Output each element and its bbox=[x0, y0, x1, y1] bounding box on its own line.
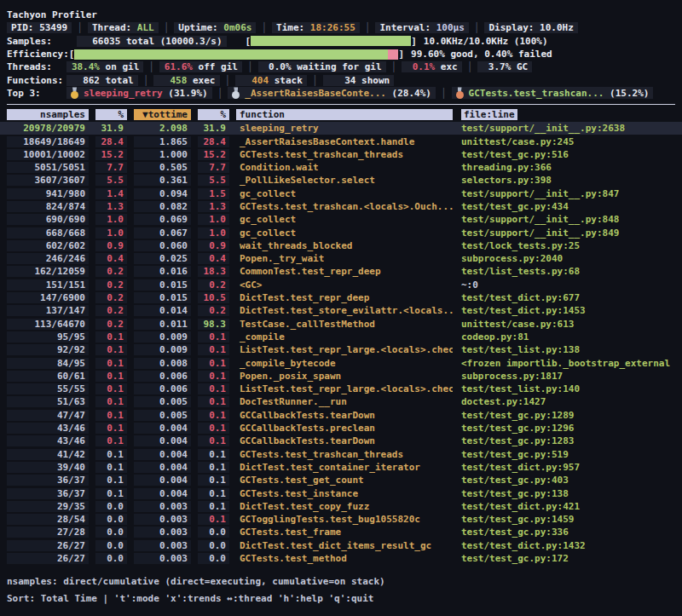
table-row[interactable]: 39/400.10.0040.1DictTest.test_container_… bbox=[0, 461, 682, 474]
table-row[interactable]: 151/1510.20.0150.2<GC>~:0 bbox=[0, 279, 682, 291]
function-cell: GCTests.test_trashcan_threads bbox=[236, 149, 453, 160]
cumulative-percent-cell: 0.4 bbox=[198, 253, 229, 264]
table-row[interactable]: 20978/2097931.92.09831.9sleeping_retryte… bbox=[0, 122, 682, 135]
nsamples-cell: 602/602 bbox=[7, 240, 89, 251]
table-row[interactable]: 60/610.10.0060.1Popen._posix_spawnsubpro… bbox=[0, 370, 682, 383]
table-row[interactable]: 41/420.10.0040.1GCTests.test_trashcan_th… bbox=[0, 448, 682, 461]
nsamples-cell: 147/6900 bbox=[7, 292, 89, 303]
function-stat-value: 404 bbox=[240, 75, 269, 86]
tottime-cell: 0.014 bbox=[134, 305, 191, 316]
nsamples-cell: 28/54 bbox=[7, 514, 89, 525]
function-cell: DictTest.test_store_evilattr.<locals... bbox=[236, 305, 453, 316]
function-cell: DictTest.test_container_iterator bbox=[236, 462, 453, 473]
direct-percent-cell: 0.1 bbox=[95, 435, 127, 446]
status-value: 18:26:55 bbox=[310, 22, 355, 33]
table-row[interactable]: 113/646700.20.01198.3TestCase._callTestM… bbox=[0, 318, 682, 331]
top3-label: Top 3: bbox=[7, 88, 66, 99]
status-segment: Thread: ALL bbox=[88, 22, 159, 33]
thread-stat-value: 3.7% bbox=[482, 61, 511, 72]
table-row[interactable]: 29/350.00.0030.1DictTest.test_copy_fuzzt… bbox=[0, 500, 682, 513]
table-row[interactable]: 43/460.10.0040.1GCCallbackTests.preclean… bbox=[0, 422, 682, 435]
segment-separator: │ bbox=[217, 88, 223, 99]
thread-stats-label: Threads: bbox=[7, 61, 66, 72]
segment-separator: │ bbox=[261, 22, 267, 33]
tottime-cell: 0.004 bbox=[134, 475, 191, 486]
nsamples-cell: 95/95 bbox=[7, 331, 89, 343]
samples-rate-bar bbox=[251, 36, 411, 46]
table-row[interactable]: 3607/36075.50.3615.5_PollLikeSelector.se… bbox=[0, 174, 682, 187]
function-cell: _AssertRaisesBaseContext.handle bbox=[236, 136, 453, 147]
samples-statusline: Samples: 66035 total (10000.3/s)[]10.0KH… bbox=[0, 35, 682, 48]
table-row[interactable]: 27/280.00.0030.0GCTests.test_frametest/t… bbox=[0, 526, 682, 538]
table-row[interactable]: 824/8741.30.0821.3GCTests.test_trashcan.… bbox=[0, 200, 682, 213]
cumulative-percent-cell: 0.1 bbox=[198, 462, 229, 473]
table-row[interactable]: 36/370.10.0040.1GCTests.test_instancetes… bbox=[0, 486, 682, 499]
table-row[interactable]: 668/6681.00.0671.0gc_collecttest/support… bbox=[0, 226, 682, 239]
table-row[interactable]: 47/470.10.0050.1GCCallbackTests.tearDown… bbox=[0, 409, 682, 422]
status-label: Interval: bbox=[379, 22, 436, 33]
table-row[interactable]: 10001/1000215.21.00015.2GCTests.test_tra… bbox=[0, 148, 682, 161]
function-cell: TestCase._callTestMethod bbox=[236, 319, 453, 330]
status-value: 10.0Hz bbox=[540, 22, 574, 33]
tottime-cell: 0.004 bbox=[134, 488, 191, 499]
function-cell: gc_collect bbox=[236, 188, 453, 199]
table-row[interactable]: 28/540.00.0030.1GCTogglingTests.test_bug… bbox=[0, 513, 682, 526]
table-row[interactable]: 246/2460.40.0250.4Popen._try_waitsubproc… bbox=[0, 252, 682, 265]
table-row[interactable]: 18649/1864928.41.86528.4_AssertRaisesBas… bbox=[0, 135, 682, 147]
fileline-cell: unittest/case.py:613 bbox=[461, 319, 682, 330]
cumulative-percent-cell: 0.1 bbox=[198, 501, 229, 512]
fileline-cell: test/test_gc.py:1296 bbox=[461, 423, 682, 434]
cumulative-percent-cell: 0.2 bbox=[198, 279, 229, 291]
nsamples-cell: 60/61 bbox=[7, 371, 89, 382]
nsamples-cell: 10001/10002 bbox=[7, 149, 89, 160]
direct-percent-cell: 0.1 bbox=[95, 462, 127, 473]
column-header-nsamples: nsamples bbox=[7, 109, 89, 120]
segment-separator: │ bbox=[467, 61, 473, 72]
fileline-cell: test/support/__init__.py:847 bbox=[461, 188, 682, 199]
direct-percent-cell: 0.2 bbox=[95, 305, 127, 316]
table-row[interactable]: 147/69000.20.01510.5DictTest.test_repr_d… bbox=[0, 291, 682, 304]
cumulative-percent-cell: 1.3 bbox=[198, 201, 229, 212]
table-row[interactable]: 5051/50517.70.5057.7Condition.waitthread… bbox=[0, 161, 682, 174]
table-row[interactable]: 137/1470.20.0140.2DictTest.test_store_ev… bbox=[0, 304, 682, 317]
column-header-fileline: file:line bbox=[461, 109, 517, 120]
column-header-function: function bbox=[236, 109, 453, 120]
table-row[interactable]: 43/460.10.0040.1GCCallbackTests.tearDown… bbox=[0, 435, 682, 447]
samples-label: Samples: bbox=[7, 36, 66, 47]
status-label: Thread: bbox=[92, 22, 137, 33]
table-row[interactable]: 602/6020.90.0600.9wait_threads_blockedte… bbox=[0, 239, 682, 252]
table-row[interactable]: 941/9801.40.0941.5gc_collecttest/support… bbox=[0, 187, 682, 200]
table-row[interactable]: 92/920.10.0090.1ListTest.test_repr_large… bbox=[0, 343, 682, 356]
direct-percent-cell: 0.1 bbox=[95, 358, 127, 369]
tottime-cell: 0.505 bbox=[134, 162, 191, 173]
fileline-cell: test/test_dict.py:957 bbox=[461, 462, 682, 473]
table-row[interactable]: 55/550.10.0060.1ListTest.test_repr_large… bbox=[0, 383, 682, 395]
cumulative-percent-cell: 0.1 bbox=[198, 514, 229, 525]
table-row[interactable]: 36/370.10.0040.1GCTests.test_get_countte… bbox=[0, 474, 682, 486]
nsamples-cell: 3607/3607 bbox=[7, 175, 89, 186]
direct-percent-cell: 1.0 bbox=[95, 214, 127, 225]
fileline-cell: subprocess.py:2040 bbox=[461, 253, 682, 264]
function-cell: _PollLikeSelector.select bbox=[236, 175, 453, 186]
tottime-cell: 0.060 bbox=[134, 240, 191, 251]
tottime-cell: 0.094 bbox=[134, 188, 191, 199]
status-label: Time: bbox=[276, 22, 310, 33]
function-stat-segment: 458 exec bbox=[153, 75, 219, 86]
cumulative-percent-cell: 10.5 bbox=[198, 292, 229, 303]
table-row[interactable]: 84/950.10.0080.1_compile_bytecode<frozen… bbox=[0, 356, 682, 369]
direct-percent-cell: 0.1 bbox=[95, 410, 127, 421]
table-row[interactable]: 26/270.00.0030.0DictTest.test_dict_items… bbox=[0, 539, 682, 552]
cumulative-percent-cell: 0.1 bbox=[198, 371, 229, 382]
table-row[interactable]: 690/6901.00.0691.0gc_collecttest/support… bbox=[0, 213, 682, 226]
function-stat-segment: 862 total bbox=[66, 75, 138, 86]
table-row[interactable]: 51/630.10.0050.1DocTestRunner.__rundocte… bbox=[0, 395, 682, 408]
thread-stat-suffix: waiting for gil bbox=[292, 61, 382, 72]
table-row[interactable]: 26/270.00.0030.0GCTests.test_methodtest/… bbox=[0, 552, 682, 565]
table-row[interactable]: 162/120590.20.01618.3CommonTest.test_rep… bbox=[0, 265, 682, 278]
nsamples-cell: 246/246 bbox=[7, 253, 89, 264]
fileline-cell: test/test_gc.py:138 bbox=[461, 488, 682, 499]
segment-separator: │ bbox=[143, 75, 149, 86]
table-row[interactable]: 95/950.10.0090.1_compilecodeop.py:81 bbox=[0, 331, 682, 343]
cumulative-percent-cell: 15.2 bbox=[198, 149, 229, 160]
nsamples-cell: 151/151 bbox=[7, 279, 89, 291]
